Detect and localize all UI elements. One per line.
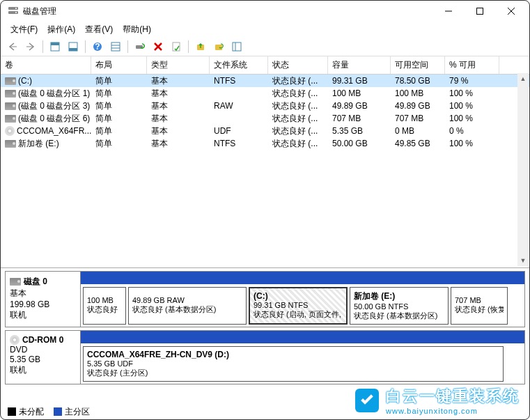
scroll-down-icon[interactable]: ▼ xyxy=(517,255,529,266)
partition-title: (C:) xyxy=(254,291,343,301)
volume-fs xyxy=(210,93,268,94)
partition[interactable]: 707 MB状态良好 (恢复 xyxy=(451,287,508,325)
volume-layout: 简单 xyxy=(91,125,147,138)
volume-row[interactable]: CCCOMA_X64FR...简单基本UDF状态良好 (...5.35 GB0 … xyxy=(1,125,529,137)
partition[interactable]: 100 MB状态良好 xyxy=(83,287,126,325)
volume-capacity: 5.35 GB xyxy=(328,125,391,137)
volume-row[interactable]: (C:)简单基本NTFS状态良好 (...99.31 GB78.50 GB79 … xyxy=(1,75,529,87)
volume-name: (磁盘 0 磁盘分区 1) xyxy=(18,88,90,100)
scroll-up-icon[interactable]: ▲ xyxy=(517,73,529,84)
partition-size: 5.35 GB UDF xyxy=(87,359,499,368)
forward-button[interactable] xyxy=(23,39,38,54)
svg-rect-23 xyxy=(233,42,241,51)
svg-rect-11 xyxy=(69,48,77,51)
partition-size: 49.89 GB RAW xyxy=(132,296,242,304)
svg-text:?: ? xyxy=(95,42,100,52)
view-top-button[interactable] xyxy=(47,39,63,54)
menu-file[interactable]: 文件(F) xyxy=(6,22,42,37)
volume-name: (磁盘 0 磁盘分区 6) xyxy=(18,113,90,125)
menu-help[interactable]: 帮助(H) xyxy=(118,22,155,37)
disk-name: 磁盘 0 xyxy=(24,276,47,288)
partition-title: CCCOMA_X64FRE_ZH-CN_DV9 (D:) xyxy=(87,350,499,359)
window-controls xyxy=(432,1,527,22)
action3-button[interactable] xyxy=(229,39,244,54)
volume-layout: 简单 xyxy=(91,137,147,150)
col-capacity[interactable]: 容量 xyxy=(328,56,391,74)
menu-view[interactable]: 查看(V) xyxy=(81,22,117,37)
disk-partitions: 100 MB状态良好49.89 GB RAW状态良好 (基本数据分区)(C:)9… xyxy=(81,272,524,327)
disk-icon xyxy=(5,77,16,85)
col-layout[interactable]: 布局 xyxy=(91,56,147,74)
col-volume[interactable]: 卷 xyxy=(1,56,91,74)
action2-button[interactable] xyxy=(211,39,226,54)
delete-button[interactable] xyxy=(150,39,166,54)
help-button[interactable]: ? xyxy=(90,39,105,54)
disk-partitions: CCCOMA_X64FRE_ZH-CN_DV9 (D:)5.35 GB UDF状… xyxy=(81,331,524,384)
action1-button[interactable] xyxy=(193,39,208,54)
app-icon xyxy=(8,5,19,18)
volume-free: 0 MB xyxy=(391,125,445,137)
list-scrollbar[interactable]: ▲ ▼ xyxy=(517,73,529,266)
col-type[interactable]: 类型 xyxy=(147,56,210,74)
partition-status: 状态良好 (恢复 xyxy=(455,304,504,315)
volume-percent: 100 % xyxy=(445,113,499,124)
menubar: 文件(F) 操作(A) 查看(V) 帮助(H) xyxy=(1,22,529,37)
partition-status: 状态良好 (主分区) xyxy=(87,368,499,378)
list-body: (C:)简单基本NTFS状态良好 (...99.31 GB78.50 GB79 … xyxy=(1,75,529,150)
volume-row[interactable]: (磁盘 0 磁盘分区 6)简单基本状态良好 (...707 MB707 MB10… xyxy=(1,112,529,125)
menu-action[interactable]: 操作(A) xyxy=(43,22,79,37)
volume-status: 状态良好 (... xyxy=(268,75,328,88)
svg-rect-9 xyxy=(51,42,59,45)
volume-capacity: 99.31 GB xyxy=(328,75,391,86)
properties-button[interactable] xyxy=(169,39,184,54)
disk-row: CD-ROM 0DVD5.35 GB联机CCCOMA_X64FRE_ZH-CN_… xyxy=(5,330,525,384)
watermark: 白云一键重装系统 www.baiyunxitong.com xyxy=(355,386,520,415)
volume-fs: NTFS xyxy=(210,75,268,86)
partition[interactable]: CCCOMA_X64FRE_ZH-CN_DV9 (D:)5.35 GB UDF状… xyxy=(83,346,504,382)
volume-name: (磁盘 0 磁盘分区 3) xyxy=(18,100,90,112)
view-bottom-button[interactable] xyxy=(65,39,81,54)
svg-point-3 xyxy=(15,12,17,13)
close-button[interactable] xyxy=(495,1,527,22)
rescan-button[interactable] xyxy=(132,39,148,54)
partition[interactable]: 49.89 GB RAW状态良好 (基本数据分区) xyxy=(128,287,247,325)
legend-unallocated: 未分配 xyxy=(19,406,44,418)
col-free[interactable]: 可用空间 xyxy=(391,56,445,74)
col-status[interactable]: 状态 xyxy=(268,56,328,74)
volume-row[interactable]: (磁盘 0 磁盘分区 3)简单基本RAW状态良好 (...49.89 GB49.… xyxy=(1,100,529,112)
volume-fs xyxy=(210,118,268,119)
disk-state: 联机 xyxy=(10,364,76,376)
window-title: 磁盘管理 xyxy=(23,6,432,17)
volume-layout: 简单 xyxy=(91,100,147,113)
partition[interactable]: (C:)99.31 GB NTFS状态良好 (启动, 页面文件, xyxy=(249,287,348,325)
watermark-brand: 白云一键重装系统 xyxy=(386,386,520,407)
disk-icon xyxy=(10,278,21,286)
volume-free: 707 MB xyxy=(391,113,445,124)
maximize-button[interactable] xyxy=(464,1,495,22)
settings-button[interactable] xyxy=(108,39,123,54)
toolbar: ? xyxy=(1,37,529,56)
watermark-url: www.baiyunxitong.com xyxy=(386,407,478,415)
volume-type: 基本 xyxy=(147,112,210,125)
volume-row[interactable]: 新加卷 (E:)简单基本NTFS状态良好 (...50.00 GB49.85 G… xyxy=(1,137,529,150)
volume-free: 49.89 GB xyxy=(391,100,445,111)
partition-status: 状态良好 (基本数据分区) xyxy=(132,304,242,315)
volume-row[interactable]: (磁盘 0 磁盘分区 1)简单基本状态良好 (...100 MB100 MB10… xyxy=(1,87,529,100)
minimize-button[interactable] xyxy=(432,1,464,22)
volume-list: 卷 布局 类型 文件系统 状态 容量 可用空间 % 可用 (C:)简单基本NTF… xyxy=(1,56,529,268)
partition[interactable]: 新加卷 (E:)50.00 GB NTFS状态良好 (基本数据分区) xyxy=(350,287,449,325)
disk-stripe xyxy=(81,272,524,284)
volume-free: 100 MB xyxy=(391,88,445,99)
disk-info: CD-ROM 0DVD5.35 GB联机 xyxy=(6,331,81,384)
disk-graph: 磁盘 0基本199.98 GB联机100 MB状态良好49.89 GB RAW状… xyxy=(1,268,529,405)
col-percent[interactable]: % 可用 xyxy=(445,56,499,74)
disk-size: 5.35 GB xyxy=(10,355,76,364)
back-button[interactable] xyxy=(5,39,20,54)
volume-fs: NTFS xyxy=(210,138,268,149)
cd-icon xyxy=(10,335,20,345)
col-filesystem[interactable]: 文件系统 xyxy=(210,56,268,74)
volume-free: 78.50 GB xyxy=(391,75,445,86)
volume-status: 状态良好 (... xyxy=(268,112,328,125)
partition-size: 100 MB xyxy=(87,296,122,304)
disk-name: CD-ROM 0 xyxy=(22,335,63,345)
